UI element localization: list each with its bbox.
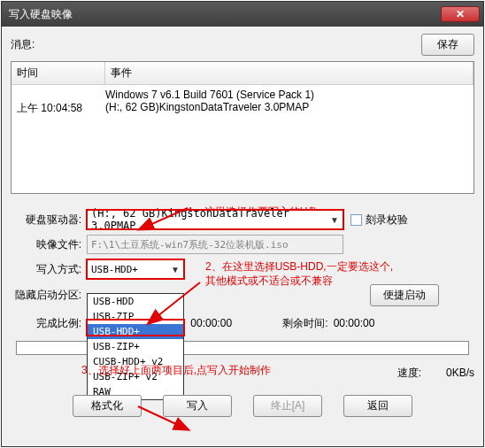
titlebar: 写入硬盘映像 ✕ (2, 2, 483, 27)
done-label: 完成比例: (11, 316, 87, 331)
format-button[interactable]: 格式化 (73, 395, 142, 417)
annotation-2a: 2、在这里选择USB-HDD,一定要选这个, (205, 259, 393, 274)
elapsed-value: 00:00:00 (185, 317, 256, 329)
message-label: 消息: (11, 37, 421, 52)
log-row: 上午 10:04:58 (H:, 62 GB)KingstonDataTrave… (17, 101, 468, 116)
write-button[interactable]: 写入 (163, 395, 232, 417)
log-row: Windows 7 v6.1 Build 7601 (Service Pack … (17, 89, 468, 101)
log-col-time[interactable]: 时间 (12, 62, 105, 84)
annotation-box-1 (86, 209, 344, 230)
mode-dropdown: USB-HDD USB-ZIP USB-HDD+ USB-ZIP+ CUSB-H… (87, 293, 184, 400)
speed-value: 0KB/s (421, 367, 474, 379)
dialog-body: 消息: 保存 时间 事件 Windows 7 v6.1 Build 7601 (… (2, 27, 483, 424)
progress-bar (16, 341, 469, 355)
image-label: 映像文件: (11, 237, 87, 252)
log-body: Windows 7 v6.1 Build 7601 (Service Pack … (12, 85, 473, 120)
save-button[interactable]: 保存 (421, 34, 474, 56)
log-header: 时间 事件 (12, 62, 473, 85)
speed-label: 速度: (397, 366, 421, 381)
remain-label: 剩余时间: (282, 316, 327, 331)
back-button[interactable]: 返回 (343, 395, 412, 417)
checkbox-icon (350, 214, 362, 226)
window-title: 写入硬盘映像 (5, 7, 441, 22)
dialog-window: 写入硬盘映像 ✕ 消息: 保存 时间 事件 Windows 7 v6.1 Bui… (1, 1, 484, 447)
mode-option[interactable]: USB-HDD (88, 294, 183, 309)
log-col-event[interactable]: 事件 (105, 62, 473, 84)
close-icon: ✕ (456, 8, 465, 20)
verify-label: 刻录校验 (366, 212, 408, 228)
image-value: F:\1\土豆系统-win7系统-32位装机版.iso (91, 238, 289, 251)
annotation-3: 3、选择好上面两项目后,点写入开始制作 (81, 363, 271, 378)
annotation-box-2b (86, 319, 185, 336)
hidden-label: 隐藏启动分区: (11, 288, 87, 303)
mode-option[interactable]: USB-ZIP+ (88, 339, 183, 354)
close-button[interactable]: ✕ (441, 6, 480, 22)
drive-select[interactable]: (H:, 62 GB)KingstonDataTraveler 3.0PMAP … (87, 210, 343, 229)
convenient-boot-button[interactable]: 便捷启动 (370, 284, 439, 306)
mode-label: 写入方式: (11, 262, 87, 277)
verify-checkbox[interactable]: 刻录校验 (350, 212, 408, 228)
drive-label: 硬盘驱动器: (11, 212, 87, 228)
abort-button: 终止[A] (253, 395, 322, 417)
log-panel: 时间 事件 Windows 7 v6.1 Build 7601 (Service… (11, 61, 474, 194)
annotation-box-2a (86, 259, 185, 280)
mode-select[interactable]: USB-HDD+ ▼ (87, 259, 184, 279)
image-field[interactable]: F:\1\土豆系统-win7系统-32位装机版.iso (87, 235, 343, 254)
remain-value: 00:00:00 (328, 317, 375, 329)
